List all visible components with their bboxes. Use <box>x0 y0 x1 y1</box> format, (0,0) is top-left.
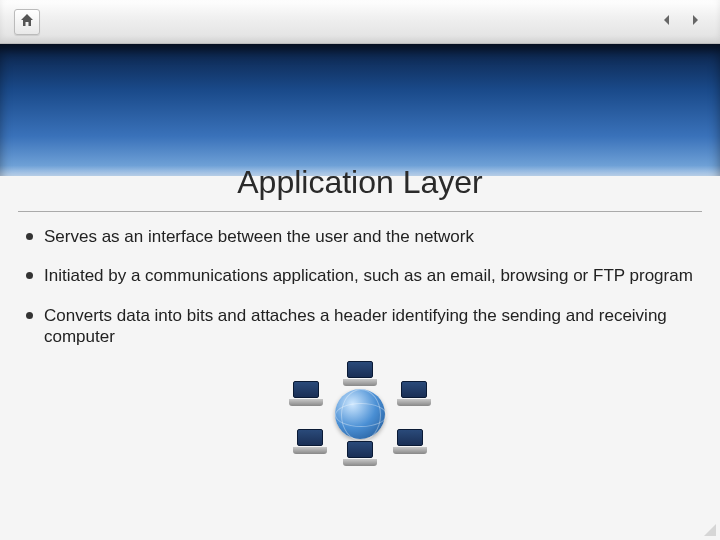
prev-button[interactable] <box>656 11 678 33</box>
laptop-icon <box>397 381 431 407</box>
laptop-icon <box>289 381 323 407</box>
laptop-icon <box>343 361 377 387</box>
slide-title: Application Layer <box>229 164 490 201</box>
next-button[interactable] <box>684 11 706 33</box>
laptop-icon <box>293 429 327 455</box>
globe-icon <box>335 389 385 439</box>
list-item: Initiated by a communications applicatio… <box>26 265 694 286</box>
laptop-icon <box>343 441 377 467</box>
bullet-list: Serves as an interface between the user … <box>26 226 694 347</box>
title-row: Application Layer <box>0 164 720 201</box>
page-corner-icon <box>704 524 716 536</box>
network-diagram-icon <box>285 361 435 466</box>
home-icon <box>19 12 35 32</box>
content: Serves as an interface between the user … <box>0 212 720 466</box>
arrow-right-icon <box>687 12 703 32</box>
arrow-left-icon <box>659 12 675 32</box>
laptop-icon <box>393 429 427 455</box>
nav-group <box>656 11 706 33</box>
toolbar <box>0 0 720 44</box>
banner <box>0 44 720 176</box>
list-item: Serves as an interface between the user … <box>26 226 694 247</box>
list-item: Converts data into bits and attaches a h… <box>26 305 694 348</box>
illustration <box>26 361 694 466</box>
home-button[interactable] <box>14 9 40 35</box>
